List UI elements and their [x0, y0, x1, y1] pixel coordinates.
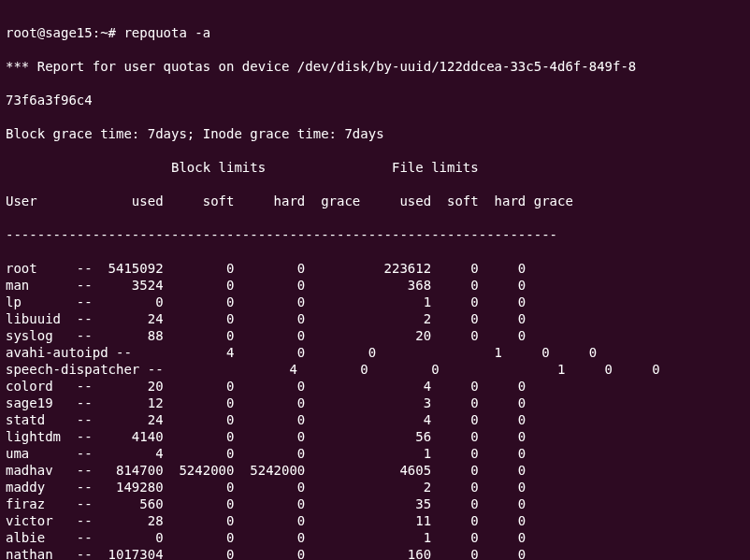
quota-row: victor -- 28 0 0 11 0 0 [6, 512, 744, 529]
quota-row: colord -- 20 0 0 4 0 0 [6, 378, 744, 395]
quota-row: statd -- 24 0 0 4 0 0 [6, 411, 744, 428]
column-group-heading: Block limits File limits [6, 159, 744, 176]
quota-row: man -- 3524 0 0 368 0 0 [6, 277, 744, 294]
separator-line: ----------------------------------------… [6, 226, 744, 243]
quota-row: lightdm -- 4140 0 0 56 0 0 [6, 428, 744, 445]
quota-row: root -- 5415092 0 0 223612 0 0 [6, 260, 744, 277]
quota-row: libuuid -- 24 0 0 2 0 0 [6, 310, 744, 327]
column-heading: User used soft hard grace used soft hard… [6, 193, 744, 209]
quota-row: speech-dispatcher -- 4 0 0 1 0 0 [6, 361, 744, 378]
command-text: repquota -a [123, 25, 210, 40]
quota-row: sage19 -- 12 0 0 3 0 0 [6, 395, 744, 411]
quota-row: firaz -- 560 0 0 35 0 0 [6, 495, 744, 512]
quota-table-body: root -- 5415092 0 0 223612 0 0man -- 352… [6, 260, 744, 560]
prompt-line: root@sage15:~# repquota -a [6, 24, 744, 41]
shell-prompt: root@sage15:~# [6, 25, 123, 40]
quota-row: madhav -- 814700 5242000 5242000 4605 0 … [6, 462, 744, 479]
quota-row: uma -- 4 0 0 1 0 0 [6, 445, 744, 462]
terminal-output[interactable]: root@sage15:~# repquota -a *** Report fo… [0, 0, 750, 560]
quota-row: syslog -- 88 0 0 20 0 0 [6, 327, 744, 344]
report-header-line2: 73f6a3f96c4 [6, 92, 744, 108]
report-header-line: *** Report for user quotas on device /de… [6, 58, 744, 75]
quota-row: lp -- 0 0 0 1 0 0 [6, 294, 744, 310]
quota-row: avahi-autoipd -- 4 0 0 1 0 0 [6, 344, 744, 361]
quota-row: maddy -- 149280 0 0 2 0 0 [6, 479, 744, 495]
quota-row: nathan -- 1017304 0 0 160 0 0 [6, 546, 744, 560]
quota-row: albie -- 0 0 0 1 0 0 [6, 529, 744, 546]
grace-line: Block grace time: 7days; Inode grace tim… [6, 125, 744, 142]
